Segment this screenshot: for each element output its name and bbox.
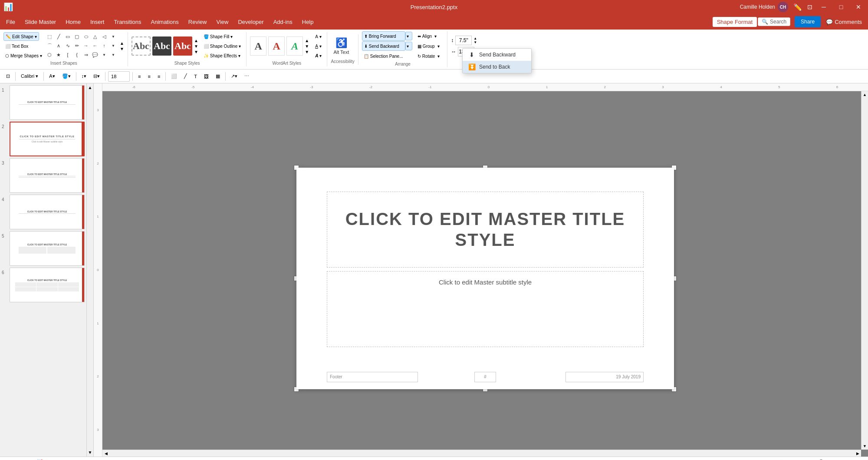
minimize-button[interactable]: ─ — [818, 2, 830, 12]
footer-page-box[interactable]: # — [474, 372, 496, 382]
menu-insert[interactable]: Insert — [86, 17, 109, 27]
shape-more4[interactable]: ▼ — [109, 51, 117, 59]
scroll-v-dn[interactable]: ▼ — [861, 443, 868, 450]
tb2-picture[interactable]: 🖼 — [201, 71, 211, 82]
align-button[interactable]: ⬌ Align — [416, 31, 434, 41]
menu-home[interactable]: Home — [61, 17, 85, 27]
shape-style-1[interactable]: Abc — [132, 36, 151, 56]
shape-fill-button[interactable]: 🪣 Shape Fill ▾ — [202, 32, 243, 41]
shape-scribble[interactable]: ✏ — [73, 42, 81, 50]
subtitle-text-box[interactable]: Click to edit Master subtitle style — [327, 271, 644, 347]
shape-line[interactable]: ╱ — [55, 33, 62, 40]
slide-canvas[interactable]: CLICK TO EDIT MASTER TITLE STYLE Click t… — [296, 168, 674, 389]
shape-more3[interactable]: ▼ — [100, 51, 108, 59]
rotate-dropdown[interactable]: ▾ — [437, 52, 444, 60]
merge-shapes-button[interactable]: ⬡ Merge Shapes ▾ — [3, 51, 44, 60]
scroll-v-track[interactable] — [861, 98, 868, 443]
menu-addins[interactable]: Add-ins — [269, 17, 297, 27]
dropdown-send-to-back-item[interactable]: ⏬ Send to Back — [463, 61, 531, 73]
menu-shape-format[interactable]: Shape Format — [713, 17, 757, 27]
menu-transitions[interactable]: Transitions — [109, 17, 145, 27]
shape-oval[interactable]: ⬭ — [82, 33, 90, 40]
comments-button[interactable]: 💬 Comments — [822, 17, 866, 27]
canvas-area[interactable]: CLICK TO EDIT MASTER TITLE STYLE Click t… — [102, 91, 868, 457]
shape-arrow-u[interactable]: ↑ — [100, 42, 108, 50]
scroll-h-left[interactable]: ◀ — [102, 450, 109, 457]
slide-thumb-2[interactable]: 2 CLICK TO EDIT MASTER TITLE STYLE Click… — [2, 122, 85, 156]
group-dropdown[interactable]: ▾ — [437, 42, 444, 50]
tb2-select-all[interactable]: ⊡ — [3, 71, 13, 82]
shape-freeform[interactable]: ∧ — [55, 42, 62, 50]
shape-arc[interactable]: ⌒ — [46, 42, 53, 50]
slide-preview-1[interactable]: CLICK TO EDIT MASTER TITLE STYLE — [10, 85, 85, 120]
shape-triangle[interactable]: △ — [91, 33, 99, 40]
style-scroll-dn[interactable]: ▼ — [194, 44, 198, 49]
shape-select[interactable]: ⬚ — [46, 33, 53, 40]
shape-round-rect[interactable]: ▢ — [73, 33, 81, 40]
slide-thumb-6[interactable]: 6 CLICK TO EDIT MASTER TITLE STYLE — [2, 268, 85, 302]
scroll-h-track[interactable] — [109, 450, 854, 457]
shape-style-3[interactable]: Abc — [173, 36, 192, 56]
share-button[interactable]: Share — [795, 16, 821, 27]
text-effects-button[interactable]: A ▾ — [313, 51, 323, 60]
wordart-style-1[interactable]: A — [250, 36, 266, 56]
shape-brace[interactable]: { — [73, 51, 81, 59]
style-scroll-up[interactable]: ▲ — [194, 38, 198, 43]
slide-thumb-1[interactable]: 1 CLICK TO EDIT MASTER TITLE STYLE — [2, 85, 85, 120]
tb2-font-family[interactable]: Calibri ▾ — [18, 71, 41, 82]
slide-thumb-3[interactable]: 3 CLICK TO EDIT MASTER TITLE STYLE — [2, 158, 85, 193]
width-input[interactable]: 7.5" — [455, 36, 472, 45]
shape-more[interactable]: ▼ — [109, 33, 117, 40]
shape-star[interactable]: ★ — [55, 51, 62, 59]
menu-help[interactable]: Help — [298, 17, 318, 27]
tb2-text-box2[interactable]: T — [191, 71, 200, 82]
shape-arrow-r[interactable]: → — [82, 42, 90, 50]
maximize-button[interactable]: □ — [835, 2, 847, 12]
tb2-line-tool[interactable]: ╱ — [181, 71, 190, 82]
shape-arrow-l[interactable]: ← — [91, 42, 99, 50]
bring-forward-button[interactable]: ⬆ Bring Forward — [362, 31, 405, 41]
menu-slide-master[interactable]: Slide Master — [20, 17, 60, 27]
tb2-arrange-up[interactable]: ↕▾ — [79, 71, 89, 82]
dropdown-send-backward-item[interactable]: ⬇ Send Backward — [463, 49, 531, 61]
shape-scroll-up[interactable]: ▲ — [120, 41, 124, 46]
scroll-h-right[interactable]: ▶ — [854, 450, 861, 457]
slide-preview-2[interactable]: CLICK TO EDIT MASTER TITLE STYLE Click t… — [10, 122, 85, 156]
wordart-scroll-dn[interactable]: ▼ — [305, 44, 309, 49]
menu-review[interactable]: Review — [184, 17, 211, 27]
avatar[interactable]: CH — [778, 2, 788, 12]
rotate-button[interactable]: ↻ Rotate — [416, 51, 437, 61]
tb2-align-left[interactable]: ≡ — [135, 71, 143, 82]
slide-preview-6[interactable]: CLICK TO EDIT MASTER TITLE STYLE — [10, 268, 85, 302]
selection-pane-button[interactable]: 📋 Selection Pane... — [362, 51, 412, 61]
wordart-scroll-up[interactable]: ▲ — [305, 38, 309, 43]
slide-thumb-5[interactable]: 5 CLICK TO EDIT MASTER TITLE STYLE — [2, 231, 85, 266]
shape-outline-button[interactable]: ⬜ Shape Outline ▾ — [202, 42, 243, 50]
shape-curve[interactable]: ∿ — [64, 42, 72, 50]
width-up[interactable]: ▲ — [473, 37, 477, 40]
send-backward-dropdown[interactable]: ▾ — [405, 42, 412, 50]
restore-icon[interactable]: ⊡ — [807, 3, 812, 10]
footer-date-box[interactable]: 19 July 2019 — [566, 372, 644, 382]
shape-scroll-down[interactable]: ▼ — [120, 46, 124, 51]
tb2-font-color[interactable]: A▾ — [46, 71, 57, 82]
tb2-arrange[interactable]: ↗▾ — [228, 71, 240, 82]
slide-preview-5[interactable]: CLICK TO EDIT MASTER TITLE STYLE — [10, 231, 85, 266]
bring-forward-dropdown[interactable]: ▾ — [405, 32, 412, 40]
text-fill-button[interactable]: A ▾ — [313, 32, 323, 41]
menu-developer[interactable]: Developer — [233, 17, 268, 27]
wordart-style-3[interactable]: A — [286, 36, 303, 56]
shape-style-2[interactable]: Abc — [152, 36, 171, 56]
tb2-fill-color[interactable]: 🪣▾ — [59, 71, 73, 82]
text-box-button[interactable]: ⬜ Text Box — [3, 42, 30, 50]
shape-rtriangle[interactable]: ◁ — [100, 33, 108, 40]
tb2-align-right[interactable]: ≡ — [155, 71, 163, 82]
tb2-border-toggle[interactable]: ⬜ — [168, 71, 180, 82]
tb2-more[interactable]: ⊟▾ — [91, 71, 102, 82]
align-dropdown[interactable]: ▾ — [434, 32, 441, 40]
edit-shape-button[interactable]: ✏️ Edit Shape ▾ — [3, 32, 39, 41]
tb2-more2[interactable]: ⋯ — [242, 71, 252, 82]
send-backward-button[interactable]: ⬇ Send Backward — [362, 41, 405, 51]
close-button[interactable]: ✕ — [852, 2, 865, 12]
tb2-align-center[interactable]: ≡ — [145, 71, 153, 82]
